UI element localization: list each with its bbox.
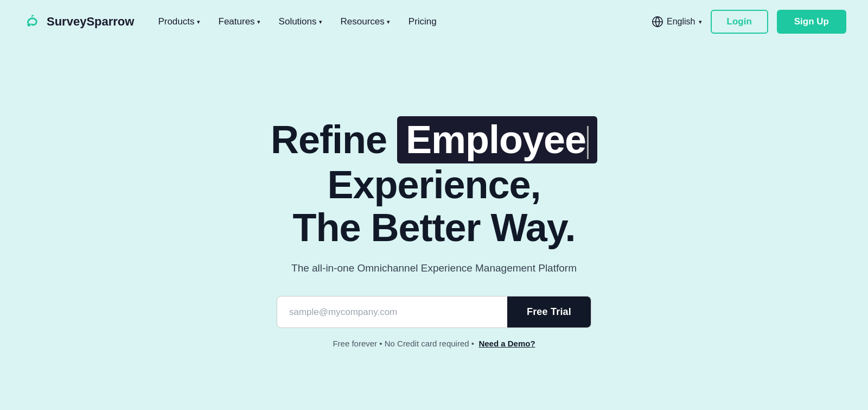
hero-title-prefix: Refine <box>271 118 397 161</box>
login-button[interactable]: Login <box>711 10 768 34</box>
hero-subtitle: The all-in-one Omnichannel Experience Ma… <box>291 262 577 274</box>
language-selector[interactable]: English ▾ <box>652 16 701 28</box>
hero-title-highlight: Employee <box>397 116 597 163</box>
chevron-down-icon: ▾ <box>197 18 200 26</box>
chevron-down-icon: ▾ <box>257 18 260 26</box>
free-trial-button[interactable]: Free Trial <box>507 297 591 327</box>
nav-item-features[interactable]: Features ▾ <box>211 12 268 31</box>
chevron-down-icon: ▾ <box>319 18 322 26</box>
nav-item-pricing[interactable]: Pricing <box>401 12 444 31</box>
email-input[interactable] <box>277 297 507 327</box>
nav-links: Products ▾ Features ▾ Solutions ▾ Resour… <box>150 12 652 31</box>
hero-form: Free Trial <box>277 296 591 328</box>
hero-footnote-text: Free forever • No Credit card required • <box>333 339 474 348</box>
signup-button[interactable]: Sign Up <box>777 10 846 34</box>
hero-title-suffix: Experience, <box>327 163 540 206</box>
nav-right: English ▾ Login Sign Up <box>652 10 846 34</box>
nav-item-resources[interactable]: Resources ▾ <box>333 12 398 31</box>
hero-title-line2: The Better Way. <box>292 206 575 249</box>
need-demo-link[interactable]: Need a Demo? <box>478 339 535 348</box>
navbar: SurveySparrow Products ▾ Features ▾ Solu… <box>0 0 868 43</box>
logo-icon <box>22 11 42 32</box>
globe-icon <box>652 16 663 28</box>
hero-footnote: Free forever • No Credit card required •… <box>333 339 535 348</box>
hero-section: Refine Employee Experience, The Better W… <box>0 43 868 410</box>
nav-item-solutions[interactable]: Solutions ▾ <box>271 12 330 31</box>
svg-point-1 <box>27 23 30 27</box>
chevron-down-icon: ▾ <box>699 18 702 26</box>
hero-title: Refine Employee Experience, The Better W… <box>190 116 678 250</box>
logo-text: SurveySparrow <box>47 15 134 29</box>
nav-item-products[interactable]: Products ▾ <box>150 12 207 31</box>
logo[interactable]: SurveySparrow <box>22 11 134 32</box>
chevron-down-icon: ▾ <box>387 18 390 26</box>
